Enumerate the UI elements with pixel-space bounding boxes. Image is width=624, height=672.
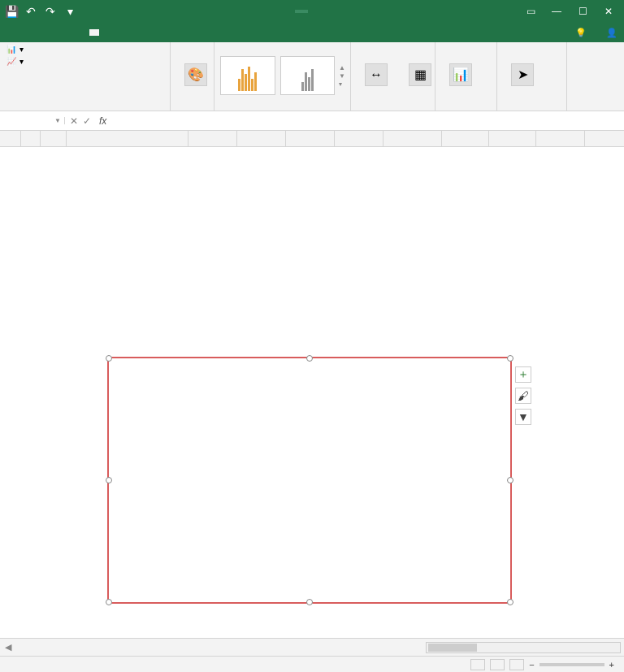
chart-brush-button[interactable]: 🖌 <box>515 388 531 404</box>
col-header[interactable] <box>21 131 41 146</box>
col-header[interactable] <box>67 131 188 146</box>
quick-layout-button[interactable]: 📈 ▾ <box>5 56 25 67</box>
tab-login[interactable] <box>592 29 601 36</box>
col-header[interactable] <box>286 131 335 146</box>
undo-icon[interactable]: ↶ <box>23 3 39 20</box>
save-icon[interactable]: 💾 <box>3 3 20 20</box>
col-header[interactable] <box>335 131 384 146</box>
zoom-out-icon[interactable]: − <box>529 660 534 670</box>
chart-filter-button[interactable]: ▼ <box>515 409 531 425</box>
chevron-down-icon[interactable]: ▼ <box>54 117 61 124</box>
worksheet-grid[interactable]: ＋ 🖌 ▼ <box>0 131 624 638</box>
add-chart-element-button[interactable]: 📊 ▾ <box>5 44 25 54</box>
chart-legend[interactable] <box>109 493 510 506</box>
formula-bar: ▼ ✕ ✓ fx <box>0 111 624 131</box>
switch-row-col-button[interactable]: ↔ <box>356 62 396 89</box>
select-data-button[interactable]: ▦ <box>400 62 440 89</box>
col-header[interactable] <box>384 131 442 146</box>
tab-home[interactable] <box>11 29 21 36</box>
ribbon: 📊 ▾ 📈 ▾ 🎨 ▲▼▾ ↔ ▦ 📊 ➤ <box>0 42 624 111</box>
tab-dev[interactable] <box>80 29 89 36</box>
change-chart-type-button[interactable]: 📊 <box>440 62 481 89</box>
group-type-label <box>440 107 492 109</box>
tab-view[interactable] <box>70 29 80 36</box>
select-all-button[interactable] <box>0 131 21 146</box>
style-gallery-up-icon[interactable]: ▲ <box>339 64 345 72</box>
chart-plus-button[interactable]: ＋ <box>515 366 531 383</box>
chart-style-thumb[interactable] <box>220 56 275 95</box>
zoom-in-icon[interactable]: + <box>609 660 614 670</box>
maximize-icon[interactable]: ☐ <box>570 3 595 20</box>
col-header[interactable] <box>237 131 286 146</box>
tab-formulas[interactable] <box>41 29 50 36</box>
name-box[interactable]: ▼ <box>0 117 65 124</box>
tab-format[interactable] <box>99 29 109 36</box>
group-layouts-label <box>5 107 165 109</box>
tab-data[interactable] <box>50 29 60 36</box>
sheet-tab-bar: ◀ <box>0 638 624 656</box>
title-bar: 💾 ↶ ↷ ▾ ▭ — ☐ ✕ <box>0 0 624 23</box>
move-chart-button[interactable]: ➤ <box>502 62 543 89</box>
col-header[interactable] <box>188 131 237 146</box>
style-gallery-down-icon[interactable]: ▼ <box>339 72 345 80</box>
tab-design[interactable] <box>89 29 99 36</box>
view-normal-button[interactable] <box>470 659 485 670</box>
view-page-button[interactable] <box>490 659 505 670</box>
ribbon-options-icon[interactable]: ▭ <box>518 3 543 20</box>
col-header[interactable] <box>442 131 489 146</box>
tab-help[interactable]: 💡 <box>570 24 592 41</box>
group-location-label <box>502 107 561 109</box>
ribbon-tabs: 💡 👤 <box>0 23 624 42</box>
group-styles-label <box>219 107 345 109</box>
tab-file[interactable] <box>2 29 11 36</box>
status-bar: − + <box>0 656 624 672</box>
fx-icon[interactable]: fx <box>96 115 110 127</box>
col-header[interactable] <box>489 131 536 146</box>
redo-icon[interactable]: ↷ <box>42 3 58 20</box>
tab-layout[interactable] <box>31 29 41 36</box>
view-break-button[interactable] <box>509 659 524 670</box>
close-icon[interactable]: ✕ <box>596 3 621 20</box>
chart-style-thumb[interactable] <box>280 56 336 95</box>
horizontal-scrollbar[interactable] <box>426 642 621 653</box>
col-header[interactable] <box>41 131 67 146</box>
enter-icon[interactable]: ✓ <box>83 115 91 127</box>
contextual-title <box>295 10 308 13</box>
tab-insert[interactable] <box>21 29 31 36</box>
tab-review[interactable] <box>60 29 70 36</box>
style-gallery-more-icon[interactable]: ▾ <box>339 80 345 88</box>
formula-input[interactable] <box>110 116 624 126</box>
change-colors-button[interactable]: 🎨 <box>176 62 216 89</box>
sheet-nav-prev-icon[interactable]: ◀ <box>5 642 11 652</box>
zoom-slider[interactable] <box>540 663 604 666</box>
group-data-label <box>356 107 430 109</box>
column-headers <box>0 131 624 147</box>
embedded-chart[interactable]: ＋ 🖌 ▼ <box>107 357 512 604</box>
qat-more-icon[interactable]: ▾ <box>62 3 78 20</box>
minimize-icon[interactable]: — <box>544 3 569 20</box>
col-header[interactable] <box>536 131 585 146</box>
tab-share[interactable]: 👤 <box>601 24 622 41</box>
cancel-icon[interactable]: ✕ <box>70 115 78 127</box>
